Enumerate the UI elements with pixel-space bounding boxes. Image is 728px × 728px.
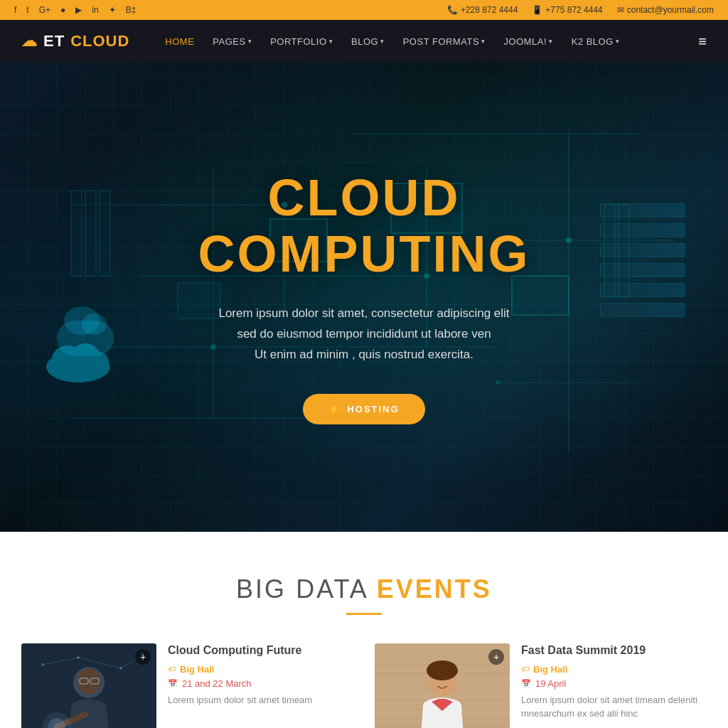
hamburger-menu[interactable]: ≡ [698, 33, 707, 50]
nav-joomla[interactable]: JOOMLA! ▾ [497, 31, 560, 53]
navbar: ☁ ET CLOUD HOME PAGES ▾ PORTFOLIO ▾ BLOG… [0, 20, 728, 63]
email: ✉ contact@yourmail.com [617, 5, 714, 15]
behance-icon[interactable]: B‡ [126, 5, 136, 15]
event-meta-date-1: 📅 21 and 22 March [168, 678, 353, 689]
event-card-1: + Cloud Computing Future 🏷 Big Hall 📅 21… [21, 643, 353, 728]
event-title-1: Cloud Computing Future [168, 643, 353, 658]
chevron-down-icon: ▾ [481, 38, 486, 45]
event-title-2: Fast Data Summit 2019 [521, 643, 707, 658]
hero-content: CLOUD COMPUTING Lorem ipsum dolor sit am… [108, 170, 620, 424]
event-meta-tag-2: 🏷 Big Hall [521, 664, 707, 675]
event-image-2: + [375, 643, 510, 728]
hero-subtitle: Lorem ipsum dolor sit amet, consectetur … [122, 304, 606, 365]
svg-rect-16 [85, 191, 96, 276]
chevron-down-icon: ▾ [248, 38, 252, 45]
circle-icon[interactable]: ● [60, 5, 65, 15]
logo-cloud-icon: ☁ [21, 32, 38, 50]
chevron-down-icon: ▾ [380, 38, 385, 45]
logo-et: ET [43, 32, 65, 50]
star-icon[interactable]: ✦ [109, 5, 116, 15]
event-desc-1: Lorem ipsum dolor sit amet timeam [168, 693, 353, 707]
event-meta-tag-1: 🏷 Big Hall [168, 664, 353, 675]
svg-rect-15 [71, 191, 82, 276]
event-date-2: 19 April [535, 678, 566, 689]
cloud-left-icon [43, 335, 114, 385]
nav-blog[interactable]: BLOG ▾ [344, 31, 392, 53]
facebook-icon[interactable]: f [14, 5, 16, 15]
chevron-down-icon: ▾ [549, 38, 553, 45]
hero-section: CLOUD COMPUTING Lorem ipsum dolor sit am… [0, 63, 728, 532]
event-tag-1[interactable]: Big Hall [180, 664, 214, 675]
top-bar: f t G+ ● ▶ in ✦ B‡ 📞 +228 872 4444 📱 +77… [0, 0, 728, 20]
phone1: 📞 +228 872 4444 [447, 5, 518, 15]
svg-point-53 [427, 660, 458, 680]
phone2: 📱 +775 872 4444 [532, 5, 602, 15]
svg-rect-19 [619, 205, 629, 297]
twitter-icon[interactable]: t [26, 5, 28, 15]
svg-point-28 [83, 351, 109, 373]
event-info-2: Fast Data Summit 2019 🏷 Big Hall 📅 19 Ap… [521, 643, 707, 721]
event-tag-2[interactable]: Big Hall [533, 664, 567, 675]
plus-icon-2[interactable]: + [488, 649, 504, 665]
events-section: BIG DATA EVENTS [0, 532, 728, 728]
hosting-button[interactable]: ⚡ HOSTING [303, 394, 424, 424]
events-title-divider [346, 613, 382, 615]
nav-pages[interactable]: PAGES ▾ [205, 31, 259, 53]
hero-title: CLOUD COMPUTING [122, 170, 606, 282]
nav-post-formats[interactable]: POST FORMATS ▾ [396, 31, 493, 53]
event-desc-2: Lorem ipsum dolor sit amet timeam deleni… [521, 693, 707, 721]
event-meta-date-2: 📅 19 April [521, 678, 707, 689]
nav-links: HOME PAGES ▾ PORTFOLIO ▾ BLOG ▾ POST FOR… [158, 31, 698, 53]
bolt-icon: ⚡ [328, 404, 341, 414]
nav-portfolio[interactable]: PORTFOLIO ▾ [263, 31, 340, 53]
googleplus-icon[interactable]: G+ [39, 5, 50, 15]
chevron-down-icon: ▾ [329, 38, 333, 45]
social-links: f t G+ ● ▶ in ✦ B‡ [14, 5, 136, 15]
chevron-down-icon: ▾ [616, 38, 620, 45]
events-section-title: BIG DATA EVENTS [21, 574, 707, 604]
nav-home[interactable]: HOME [158, 31, 201, 53]
event-info-1: Cloud Computing Future 🏷 Big Hall 📅 21 a… [168, 643, 353, 707]
nav-k2blog[interactable]: K2 BLOG ▾ [564, 31, 627, 53]
contact-info: 📞 +228 872 4444 📱 +775 872 4444 ✉ contac… [447, 5, 714, 15]
logo[interactable]: ☁ ET CLOUD [21, 32, 129, 50]
event-image-1: + [21, 643, 156, 728]
event-card-2: + Fast Data Summit 2019 🏷 Big Hall 📅 19 … [375, 643, 707, 728]
logo-cloud-text: CLOUD [70, 32, 129, 50]
plus-icon-1[interactable]: + [135, 649, 151, 665]
youtube-icon[interactable]: ▶ [75, 5, 82, 15]
linkedin-icon[interactable]: in [92, 5, 98, 15]
event-date-1: 21 and 22 March [182, 678, 252, 689]
events-grid: + Cloud Computing Future 🏷 Big Hall 📅 21… [21, 643, 707, 728]
